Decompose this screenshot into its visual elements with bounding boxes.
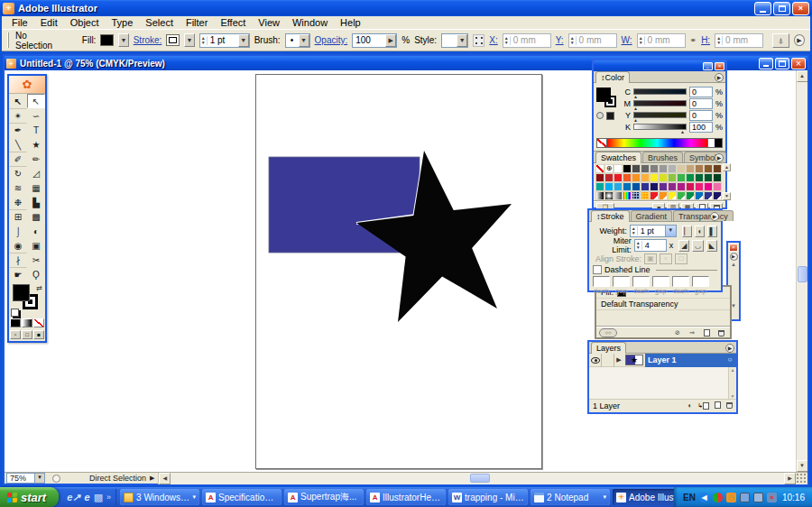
miter-stepper[interactable]: ▲▼ — [635, 241, 642, 250]
swatch[interactable] — [641, 173, 650, 182]
stroke-weight-combo[interactable]: ▲▼ 1 pt ▼ — [199, 33, 250, 48]
proxy-fill-swatch[interactable] — [596, 88, 611, 102]
spectrum-black[interactable] — [715, 139, 722, 147]
swatch[interactable]: ⊕ — [604, 164, 614, 173]
swatch[interactable] — [650, 173, 659, 182]
field-label-w[interactable]: W: — [622, 35, 632, 45]
full-screen-menu-mode-button[interactable]: □ — [22, 330, 32, 339]
menu-window[interactable]: Window — [286, 17, 334, 28]
menu-select[interactable]: Select — [139, 17, 180, 28]
w-field[interactable]: ▲▼0 mm — [637, 33, 686, 48]
magic-wand-tool[interactable]: ✴ — [9, 108, 27, 123]
swatch[interactable] — [704, 182, 713, 191]
spectrum-white[interactable] — [707, 139, 715, 147]
live-paint-selection-tool[interactable]: ▣ — [27, 238, 45, 253]
tab-stroke[interactable]: ↕Stroke — [591, 210, 630, 222]
web-safe-icon[interactable] — [596, 112, 604, 119]
swatch[interactable] — [659, 164, 668, 173]
pencil-tool[interactable]: ✏ — [27, 152, 45, 166]
layers-panel-menu-icon[interactable]: ▶ — [725, 344, 734, 353]
swatch[interactable] — [677, 164, 686, 173]
swatch[interactable] — [604, 182, 614, 191]
eyedropper-tool[interactable]: ⌡ — [9, 224, 27, 238]
delete-layer-button[interactable] — [726, 401, 733, 410]
task-2-notepad[interactable]: 2 Notepad▾ — [531, 489, 610, 505]
type-tool[interactable]: T — [27, 123, 45, 137]
tab-gradient[interactable]: Gradient — [631, 210, 673, 221]
opacity-input[interactable]: 100 ▶ — [352, 33, 397, 48]
full-screen-mode-button[interactable]: ■ — [33, 330, 44, 339]
dash-input[interactable] — [632, 276, 650, 287]
swatch[interactable] — [713, 164, 722, 173]
swatch[interactable] — [677, 191, 686, 200]
weight-dropdown-icon[interactable]: ▼ — [665, 226, 676, 236]
swatch[interactable] — [668, 182, 677, 191]
clear-appearance-icon[interactable]: ⊘ — [671, 328, 684, 338]
zoom-tool[interactable]: Ϙ — [27, 267, 45, 281]
opacity-label[interactable]: Opacity: — [315, 35, 348, 45]
swatch[interactable] — [659, 182, 668, 191]
stroke-weight-stepper[interactable]: ▲▼ — [200, 36, 208, 45]
dash-input[interactable] — [652, 276, 669, 287]
brush-dropdown-icon[interactable]: ▼ — [299, 34, 309, 47]
swatch[interactable] — [641, 164, 650, 173]
miter-combo[interactable]: ▲▼ 4 — [634, 239, 667, 252]
channel-value[interactable]: 100 — [689, 122, 713, 133]
field-label-x[interactable]: X: — [489, 35, 497, 45]
stroke-panel-menu-icon[interactable]: ▶ — [710, 212, 719, 221]
swatch-scroll-down-icon[interactable]: ▼ — [723, 192, 731, 200]
swatch[interactable] — [713, 182, 722, 191]
free-transform-tool[interactable]: ▦ — [27, 180, 45, 195]
swatch[interactable] — [614, 173, 623, 182]
stroke-dropdown-arrow-icon[interactable]: ▼ — [184, 33, 194, 47]
tray-clock-icon[interactable]: ◷ — [726, 493, 736, 502]
live-paint-bucket-tool[interactable]: ◉ — [9, 238, 27, 253]
internet-explorer-icon[interactable]: e — [85, 491, 90, 503]
channel-slider[interactable]: ▲ — [633, 112, 687, 118]
lasso-tool[interactable]: ∽ — [27, 108, 45, 123]
language-indicator[interactable]: EN — [683, 493, 696, 502]
status-tool-name[interactable]: Direct Selection — [89, 474, 146, 483]
fill-swatch[interactable] — [13, 284, 30, 301]
swatch[interactable] — [659, 173, 668, 182]
swatch[interactable] — [595, 191, 604, 200]
make-clipping-mask-icon[interactable]: ◐ — [687, 401, 692, 410]
tray-network-offline-icon[interactable]: × — [767, 493, 777, 502]
channel-value[interactable]: 0 — [689, 98, 713, 109]
swatch[interactable] — [704, 173, 713, 182]
swatch[interactable] — [686, 182, 695, 191]
tab-swatches[interactable]: Swatches — [595, 152, 641, 163]
vertical-scroll-thumb[interactable] — [798, 266, 807, 282]
strip-close-button[interactable]: × — [729, 244, 738, 252]
swatch[interactable] — [614, 164, 623, 173]
channel-slider[interactable]: ▲ — [633, 88, 687, 95]
tab-color[interactable]: ↕Color — [595, 71, 630, 83]
menu-edit[interactable]: Edit — [34, 17, 64, 28]
dash-input[interactable] — [613, 276, 630, 287]
new-sublayer-button[interactable]: ↳ — [697, 402, 709, 410]
align-center-button[interactable]: ▣ — [644, 254, 657, 264]
weight-stepper[interactable]: ▲▼ — [631, 226, 638, 235]
menu-view[interactable]: View — [252, 17, 286, 28]
blend-tool[interactable]: ◐ — [27, 224, 45, 238]
h-field[interactable]: ▲▼0 mm — [715, 33, 763, 48]
reduce-appearance-icon[interactable]: ⇒ — [686, 328, 698, 338]
align-inside-button[interactable]: ▫ — [660, 254, 672, 264]
brush-combo[interactable]: • ▼ — [285, 33, 310, 48]
launch-ie-desktop-icon[interactable]: e↗ — [67, 491, 80, 503]
swatches-scrollbar[interactable]: ▲ ▼ — [723, 163, 731, 200]
status-popup-arrow-icon[interactable]: ▶ — [150, 475, 154, 482]
graph-tool[interactable]: ▙ — [27, 195, 45, 209]
hand-tool[interactable]: ☛ — [9, 267, 27, 281]
swatch[interactable] — [604, 173, 614, 182]
swatch[interactable] — [614, 191, 623, 200]
vertical-scrollbar[interactable]: ▲ ▼ — [796, 70, 807, 472]
menu-help[interactable]: Help — [334, 17, 367, 28]
opacity-value[interactable]: 100 — [353, 35, 385, 45]
bevel-join-button[interactable]: ◣ — [706, 240, 717, 252]
palette-title-bar[interactable]: _ × — [594, 60, 725, 71]
channel-slider[interactable]: ▲ — [633, 100, 687, 106]
resize-grip[interactable] — [796, 473, 807, 484]
layer-row[interactable]: ▶ ★ Layer 1 ○ — [589, 354, 736, 367]
new-layer-button[interactable] — [715, 401, 721, 410]
